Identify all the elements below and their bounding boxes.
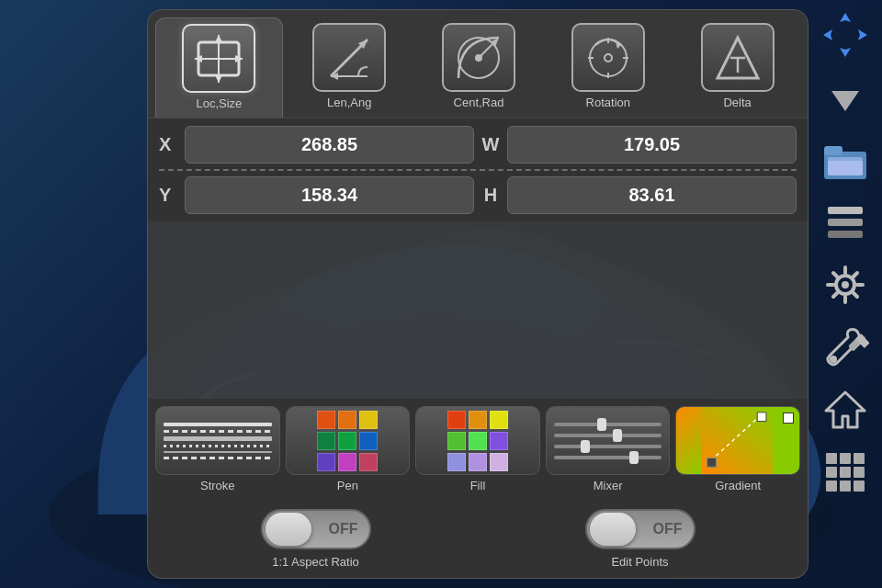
x-value[interactable]: 268.85	[185, 126, 474, 164]
svg-rect-58	[758, 413, 767, 422]
aspect-ratio-toggle[interactable]: OFF	[261, 509, 371, 549]
fill-swatch-6[interactable]	[447, 453, 466, 471]
pen-swatch-5[interactable]	[359, 432, 378, 450]
svg-rect-96	[826, 481, 837, 492]
gradient-tool[interactable]: Gradient	[675, 406, 800, 492]
svg-rect-73	[828, 207, 863, 214]
pen-swatch-6[interactable]	[317, 453, 335, 471]
aspect-ratio-knob	[266, 513, 311, 546]
edit-points-toggle[interactable]: OFF	[585, 509, 695, 549]
stroke-tool[interactable]: Stroke	[155, 406, 280, 492]
mixer-tool[interactable]: Mixer	[546, 406, 671, 492]
home-btn[interactable]	[820, 384, 871, 435]
coord-separator	[159, 169, 797, 171]
cent-rad-icon	[453, 32, 504, 84]
svg-rect-70	[824, 146, 842, 155]
pen-swatch-3[interactable]	[317, 432, 335, 450]
fill-swatch-3[interactable]	[447, 432, 466, 450]
fill-tool[interactable]: Fill	[415, 406, 540, 492]
svg-rect-91	[840, 453, 851, 464]
svg-point-44	[475, 54, 482, 62]
fill-label: Fill	[470, 479, 486, 492]
svg-rect-72	[828, 161, 863, 175]
tab-loc-size[interactable]: Loc,Size	[155, 17, 283, 118]
pen-swatch-8[interactable]	[359, 453, 378, 471]
svg-rect-92	[854, 453, 865, 464]
fill-swatch-0[interactable]	[447, 411, 466, 429]
svg-marker-89	[826, 392, 865, 427]
svg-marker-66	[823, 35, 832, 40]
w-value[interactable]: 179.05	[507, 126, 797, 164]
pen-swatch-0[interactable]	[317, 411, 335, 429]
fill-swatch-8[interactable]	[490, 453, 508, 471]
aspect-ratio-label: 1:1 Aspect Ratio	[272, 555, 359, 569]
tab-cent-rad[interactable]: Cent,Rad	[416, 17, 542, 118]
main-panel: Loc,Size Len,Ang	[147, 9, 808, 579]
fill-swatch-5[interactable]	[490, 432, 508, 450]
svg-marker-63	[851, 29, 867, 35]
gradient-preview	[676, 407, 799, 474]
rotation-icon	[582, 32, 634, 84]
fill-swatch-2[interactable]	[490, 411, 508, 429]
tab-len-ang-label: Len,Ang	[327, 96, 371, 109]
svg-rect-97	[840, 481, 851, 492]
svg-marker-65	[845, 48, 851, 57]
settings-btn[interactable]	[820, 259, 871, 311]
fill-swatch-1[interactable]	[469, 411, 487, 429]
pen-tool[interactable]: Pen	[286, 406, 411, 492]
cent-rad-icon-box	[442, 23, 515, 92]
fill-icon-box	[415, 406, 540, 475]
tab-len-ang[interactable]: Len,Ang	[287, 17, 413, 118]
tab-cent-rad-label: Cent,Rad	[454, 96, 504, 109]
svg-rect-75	[828, 231, 863, 238]
pen-swatch-2[interactable]	[359, 411, 378, 429]
tab-delta[interactable]: Delta	[674, 17, 800, 118]
stroke-pattern	[156, 415, 279, 467]
len-ang-icon	[323, 32, 375, 84]
svg-marker-67	[858, 35, 867, 40]
aspect-ratio-state: OFF	[329, 521, 358, 537]
pen-icon-box	[286, 406, 411, 475]
files-btn[interactable]	[820, 134, 871, 186]
rotation-icon-box	[571, 23, 645, 92]
folder-icon	[820, 135, 870, 185]
fill-swatch-4[interactable]	[469, 432, 487, 450]
tab-rotation[interactable]: Rotation	[545, 17, 671, 118]
tabs-row: Loc,Size Len,Ang	[148, 10, 808, 119]
wrench-icon	[820, 322, 870, 372]
pen-label: Pen	[337, 479, 358, 492]
down-arrow-btn[interactable]	[820, 72, 871, 123]
toggles-section: OFF 1:1 Aspect Ratio OFF Edit Points	[148, 500, 808, 578]
svg-rect-94	[840, 467, 851, 478]
gradient-svg	[676, 407, 799, 474]
grid-btn[interactable]	[820, 447, 871, 498]
svg-marker-61	[840, 40, 845, 57]
svg-marker-68	[831, 91, 859, 111]
svg-line-85	[833, 293, 837, 297]
layers-btn[interactable]	[820, 197, 871, 248]
pen-swatch-4[interactable]	[338, 432, 356, 450]
y-value[interactable]: 158.34	[185, 176, 474, 214]
delta-icon	[712, 32, 763, 84]
svg-point-77	[842, 281, 849, 288]
pen-swatch-7[interactable]	[338, 453, 356, 471]
down-arrow-icon	[822, 74, 868, 120]
svg-rect-95	[854, 467, 865, 478]
tools-section: Stroke Pen	[148, 399, 808, 500]
mixer-label: Mixer	[594, 479, 623, 492]
loc-size-icon-box	[182, 24, 255, 93]
svg-rect-98	[854, 481, 865, 492]
fill-swatch-7[interactable]	[469, 453, 487, 471]
aspect-ratio-group: OFF 1:1 Aspect Ratio	[163, 509, 469, 569]
tab-loc-size-label: Loc,Size	[196, 96, 242, 110]
w-label: W	[481, 134, 500, 155]
loc-size-icon	[193, 33, 244, 85]
svg-marker-60	[840, 13, 845, 29]
svg-line-82	[833, 273, 837, 277]
pen-swatch-1[interactable]	[338, 411, 356, 429]
svg-rect-90	[826, 453, 837, 464]
move-tool-btn[interactable]	[820, 9, 871, 61]
tools-btn[interactable]	[820, 322, 871, 373]
h-value[interactable]: 83.61	[507, 176, 797, 214]
tab-delta-label: Delta	[723, 96, 751, 109]
